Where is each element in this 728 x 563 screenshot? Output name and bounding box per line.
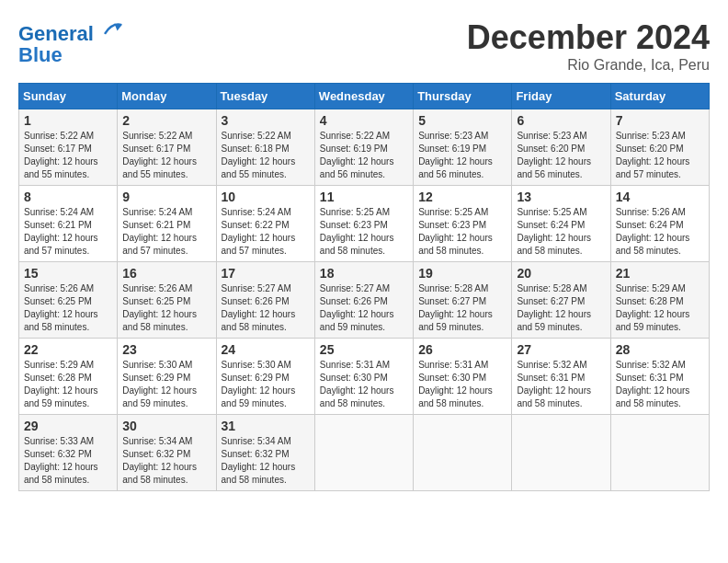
calendar-cell: 22 Sunrise: 5:29 AM Sunset: 6:28 PM Dayl… <box>19 339 118 415</box>
day-info: Sunrise: 5:24 AM Sunset: 6:21 PM Dayligh… <box>122 206 210 258</box>
day-number: 16 <box>122 266 210 281</box>
week-row-1: 1 Sunrise: 5:22 AM Sunset: 6:17 PM Dayli… <box>19 109 710 186</box>
day-info: Sunrise: 5:22 AM Sunset: 6:17 PM Dayligh… <box>122 130 210 181</box>
day-number: 10 <box>222 190 310 204</box>
logo-icon <box>101 18 123 40</box>
day-header-sunday: Sunday <box>19 84 118 109</box>
day-info: Sunrise: 5:29 AM Sunset: 6:28 PM Dayligh… <box>24 359 112 410</box>
calendar-cell: 4 Sunrise: 5:22 AM Sunset: 6:19 PM Dayli… <box>314 109 413 186</box>
calendar-cell: 3 Sunrise: 5:22 AM Sunset: 6:18 PM Dayli… <box>216 109 314 186</box>
calendar-cell <box>512 415 610 491</box>
day-info: Sunrise: 5:26 AM Sunset: 6:25 PM Dayligh… <box>122 282 210 334</box>
day-number: 27 <box>517 342 605 357</box>
day-info: Sunrise: 5:26 AM Sunset: 6:25 PM Dayligh… <box>24 282 112 334</box>
day-header-tuesday: Tuesday <box>216 84 314 109</box>
day-number: 18 <box>320 266 408 281</box>
day-info: Sunrise: 5:31 AM Sunset: 6:30 PM Dayligh… <box>418 359 506 410</box>
day-number: 8 <box>24 190 112 204</box>
calendar-cell: 21 Sunrise: 5:29 AM Sunset: 6:28 PM Dayl… <box>610 262 709 339</box>
week-row-3: 15 Sunrise: 5:26 AM Sunset: 6:25 PM Dayl… <box>19 262 710 339</box>
day-info: Sunrise: 5:26 AM Sunset: 6:24 PM Dayligh… <box>616 206 704 258</box>
location: Rio Grande, Ica, Peru <box>467 57 710 74</box>
day-number: 2 <box>122 113 210 128</box>
day-info: Sunrise: 5:33 AM Sunset: 6:32 PM Dayligh… <box>24 435 112 487</box>
day-info: Sunrise: 5:25 AM Sunset: 6:23 PM Dayligh… <box>320 206 408 258</box>
day-info: Sunrise: 5:24 AM Sunset: 6:21 PM Dayligh… <box>24 206 112 258</box>
day-header-friday: Friday <box>512 84 610 109</box>
day-number: 14 <box>616 190 704 204</box>
day-number: 20 <box>517 266 605 281</box>
calendar-cell: 23 Sunrise: 5:30 AM Sunset: 6:29 PM Dayl… <box>118 339 216 415</box>
calendar-cell: 11 Sunrise: 5:25 AM Sunset: 6:23 PM Dayl… <box>314 186 413 262</box>
calendar-table: SundayMondayTuesdayWednesdayThursdayFrid… <box>18 83 710 491</box>
day-info: Sunrise: 5:23 AM Sunset: 6:20 PM Dayligh… <box>616 130 704 181</box>
day-info: Sunrise: 5:22 AM Sunset: 6:17 PM Dayligh… <box>24 130 112 181</box>
day-number: 30 <box>122 419 210 433</box>
day-header-monday: Monday <box>118 84 216 109</box>
day-number: 31 <box>222 419 310 433</box>
day-info: Sunrise: 5:29 AM Sunset: 6:28 PM Dayligh… <box>616 282 704 334</box>
calendar-cell: 31 Sunrise: 5:34 AM Sunset: 6:32 PM Dayl… <box>216 415 314 491</box>
day-info: Sunrise: 5:28 AM Sunset: 6:27 PM Dayligh… <box>517 282 605 334</box>
day-number: 5 <box>418 113 506 128</box>
day-info: Sunrise: 5:23 AM Sunset: 6:20 PM Dayligh… <box>517 130 605 181</box>
day-number: 25 <box>320 342 408 357</box>
calendar-cell <box>314 415 413 491</box>
day-number: 13 <box>517 190 605 204</box>
day-info: Sunrise: 5:27 AM Sunset: 6:26 PM Dayligh… <box>320 282 408 334</box>
day-number: 23 <box>122 342 210 357</box>
calendar-cell: 26 Sunrise: 5:31 AM Sunset: 6:30 PM Dayl… <box>414 339 512 415</box>
day-info: Sunrise: 5:23 AM Sunset: 6:19 PM Dayligh… <box>418 130 506 181</box>
calendar-cell: 15 Sunrise: 5:26 AM Sunset: 6:25 PM Dayl… <box>19 262 118 339</box>
calendar-cell: 19 Sunrise: 5:28 AM Sunset: 6:27 PM Dayl… <box>414 262 512 339</box>
day-info: Sunrise: 5:25 AM Sunset: 6:24 PM Dayligh… <box>517 206 605 258</box>
logo-blue: Blue <box>18 45 123 65</box>
calendar-cell: 9 Sunrise: 5:24 AM Sunset: 6:21 PM Dayli… <box>118 186 216 262</box>
day-number: 4 <box>320 113 408 128</box>
calendar-cell: 25 Sunrise: 5:31 AM Sunset: 6:30 PM Dayl… <box>314 339 413 415</box>
calendar-cell: 28 Sunrise: 5:32 AM Sunset: 6:31 PM Dayl… <box>610 339 709 415</box>
day-number: 17 <box>222 266 310 281</box>
calendar-cell: 14 Sunrise: 5:26 AM Sunset: 6:24 PM Dayl… <box>610 186 709 262</box>
day-info: Sunrise: 5:34 AM Sunset: 6:32 PM Dayligh… <box>122 435 210 487</box>
day-number: 1 <box>24 113 112 128</box>
day-header-saturday: Saturday <box>610 84 709 109</box>
day-number: 11 <box>320 190 408 204</box>
day-number: 12 <box>418 190 506 204</box>
week-row-2: 8 Sunrise: 5:24 AM Sunset: 6:21 PM Dayli… <box>19 186 710 262</box>
week-row-5: 29 Sunrise: 5:33 AM Sunset: 6:32 PM Dayl… <box>19 415 710 491</box>
day-number: 29 <box>24 419 112 433</box>
day-number: 24 <box>222 342 310 357</box>
calendar-cell <box>610 415 709 491</box>
day-number: 15 <box>24 266 112 281</box>
day-info: Sunrise: 5:32 AM Sunset: 6:31 PM Dayligh… <box>616 359 704 410</box>
day-info: Sunrise: 5:28 AM Sunset: 6:27 PM Dayligh… <box>418 282 506 334</box>
calendar-cell: 8 Sunrise: 5:24 AM Sunset: 6:21 PM Dayli… <box>19 186 118 262</box>
calendar-cell: 7 Sunrise: 5:23 AM Sunset: 6:20 PM Dayli… <box>610 109 709 186</box>
calendar-cell: 10 Sunrise: 5:24 AM Sunset: 6:22 PM Dayl… <box>216 186 314 262</box>
calendar-cell: 2 Sunrise: 5:22 AM Sunset: 6:17 PM Dayli… <box>118 109 216 186</box>
day-number: 9 <box>122 190 210 204</box>
day-info: Sunrise: 5:30 AM Sunset: 6:29 PM Dayligh… <box>122 359 210 410</box>
day-header-wednesday: Wednesday <box>314 84 413 109</box>
calendar-cell: 29 Sunrise: 5:33 AM Sunset: 6:32 PM Dayl… <box>19 415 118 491</box>
calendar-header-row: SundayMondayTuesdayWednesdayThursdayFrid… <box>19 84 710 109</box>
month-title: December 2024 <box>467 18 710 57</box>
calendar-cell <box>414 415 512 491</box>
calendar-cell: 17 Sunrise: 5:27 AM Sunset: 6:26 PM Dayl… <box>216 262 314 339</box>
calendar-cell: 6 Sunrise: 5:23 AM Sunset: 6:20 PM Dayli… <box>512 109 610 186</box>
day-info: Sunrise: 5:34 AM Sunset: 6:32 PM Dayligh… <box>222 435 310 487</box>
day-number: 28 <box>616 342 704 357</box>
calendar-cell: 12 Sunrise: 5:25 AM Sunset: 6:23 PM Dayl… <box>414 186 512 262</box>
title-block: December 2024 Rio Grande, Ica, Peru <box>467 18 710 74</box>
calendar-cell: 13 Sunrise: 5:25 AM Sunset: 6:24 PM Dayl… <box>512 186 610 262</box>
calendar-cell: 30 Sunrise: 5:34 AM Sunset: 6:32 PM Dayl… <box>118 415 216 491</box>
day-info: Sunrise: 5:27 AM Sunset: 6:26 PM Dayligh… <box>222 282 310 334</box>
calendar-cell: 27 Sunrise: 5:32 AM Sunset: 6:31 PM Dayl… <box>512 339 610 415</box>
calendar-cell: 16 Sunrise: 5:26 AM Sunset: 6:25 PM Dayl… <box>118 262 216 339</box>
calendar-cell: 18 Sunrise: 5:27 AM Sunset: 6:26 PM Dayl… <box>314 262 413 339</box>
day-number: 6 <box>517 113 605 128</box>
day-info: Sunrise: 5:22 AM Sunset: 6:18 PM Dayligh… <box>222 130 310 181</box>
day-number: 22 <box>24 342 112 357</box>
week-row-4: 22 Sunrise: 5:29 AM Sunset: 6:28 PM Dayl… <box>19 339 710 415</box>
